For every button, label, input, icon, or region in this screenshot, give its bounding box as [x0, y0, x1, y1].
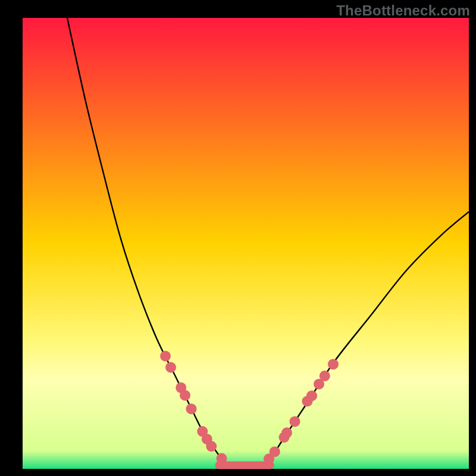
data-marker	[186, 403, 197, 414]
data-marker	[281, 427, 292, 438]
data-marker	[320, 371, 330, 381]
bottleneck-chart	[0, 0, 476, 476]
chart-frame: TheBottleneck.com	[0, 0, 476, 476]
data-marker	[217, 453, 227, 464]
data-marker	[270, 446, 280, 457]
data-marker	[328, 359, 339, 369]
data-marker	[206, 441, 217, 452]
data-marker	[165, 362, 176, 372]
data-marker	[160, 351, 171, 362]
data-marker	[290, 416, 300, 427]
data-marker	[306, 390, 317, 401]
plot-background	[23, 18, 469, 469]
watermark-text: TheBottleneck.com	[336, 2, 470, 19]
data-marker	[180, 390, 190, 400]
